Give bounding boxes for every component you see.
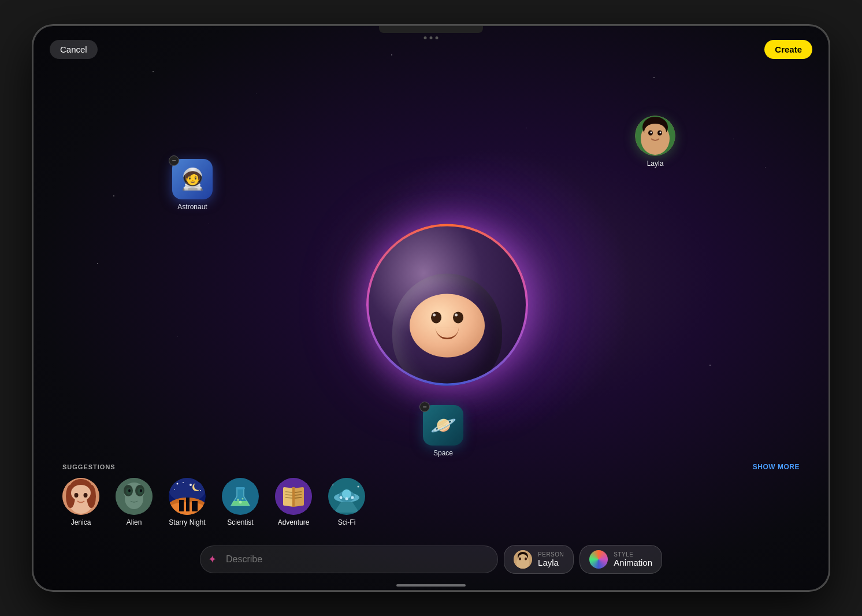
- main-avatar-ring: [366, 224, 528, 385]
- main-avatar-container: [366, 224, 528, 385]
- style-chip[interactable]: STYLE Animation: [579, 545, 662, 574]
- helmet-visor: [410, 294, 485, 357]
- layla-avatar: [635, 116, 675, 156]
- person-chip[interactable]: PERSON Layla: [504, 545, 574, 574]
- layla-face-svg: [635, 116, 675, 156]
- starry-night-icon: [169, 478, 206, 515]
- suggestions-title: SUGGESTIONS: [62, 463, 116, 470]
- svg-rect-46: [292, 487, 295, 507]
- svg-rect-38: [186, 498, 190, 511]
- suggestion-adventure[interactable]: Adventure: [275, 478, 312, 526]
- suggestion-jenica[interactable]: Jenica: [62, 478, 99, 526]
- suggestion-starry-night[interactable]: Starry Night: [169, 478, 206, 526]
- home-indicator: [396, 584, 466, 587]
- svg-rect-37: [179, 500, 184, 511]
- svg-point-58: [345, 498, 348, 500]
- show-more-button[interactable]: SHOW MORE: [753, 463, 800, 471]
- starry-night-label: Starry Night: [169, 518, 205, 526]
- svg-point-24: [140, 489, 142, 492]
- space-emoji: 🪐: [430, 413, 456, 437]
- astronaut-label: Astronaut: [177, 203, 207, 211]
- floating-item-astronaut[interactable]: − 🧑‍🚀 Astronaut: [172, 159, 213, 211]
- svg-point-57: [340, 496, 343, 499]
- svg-rect-39: [192, 501, 198, 511]
- bottom-toolbar: ✦ PERSON Layla: [200, 545, 662, 574]
- svg-point-7: [660, 132, 662, 133]
- describe-input[interactable]: [200, 546, 498, 573]
- svg-point-67: [519, 558, 521, 561]
- minus-badge-astronaut[interactable]: −: [169, 155, 179, 166]
- person-chip-avatar: [514, 550, 532, 569]
- svg-point-14: [75, 493, 79, 498]
- scientist-label: Scientist: [227, 518, 253, 526]
- adventure-label: Adventure: [278, 518, 310, 526]
- svg-point-61: [358, 486, 359, 488]
- scientist-svg: [222, 478, 259, 515]
- svg-line-52: [295, 498, 302, 498]
- style-chip-value: Animation: [614, 558, 652, 567]
- suggestion-scifi[interactable]: Sci-Fi: [328, 478, 365, 526]
- top-dots: [424, 36, 439, 39]
- svg-line-47: [285, 492, 292, 492]
- svg-point-27: [177, 483, 179, 485]
- svg-point-15: [84, 493, 88, 498]
- suggestions-header: SUGGESTIONS SHOW MORE: [62, 463, 800, 471]
- svg-point-31: [174, 489, 175, 490]
- alien-icon: [116, 478, 153, 515]
- layla-icon: −: [635, 116, 675, 156]
- floating-item-layla[interactable]: −: [635, 116, 675, 168]
- svg-point-28: [183, 482, 184, 483]
- minus-badge-space[interactable]: −: [419, 402, 430, 412]
- svg-point-42: [237, 499, 239, 501]
- scifi-label: Sci-Fi: [338, 518, 356, 526]
- ipad-device: Cancel Create: [32, 25, 830, 591]
- main-avatar-inner: [369, 226, 526, 383]
- floating-item-space[interactable]: − 🪐 Space: [423, 405, 463, 457]
- cancel-button[interactable]: Cancel: [50, 40, 98, 59]
- svg-point-59: [351, 496, 354, 499]
- screen: Cancel Create: [34, 26, 828, 590]
- alien-face-svg: [116, 478, 153, 515]
- space-label: Space: [433, 449, 453, 457]
- suggestions-bar: SUGGESTIONS SHOW MORE: [34, 463, 828, 526]
- smile: [436, 328, 459, 339]
- alien-label: Alien: [127, 518, 142, 526]
- svg-line-51: [295, 495, 302, 495]
- person-chip-value: Layla: [538, 558, 564, 567]
- scientist-icon: [222, 478, 259, 515]
- svg-point-23: [128, 489, 131, 492]
- svg-line-48: [285, 495, 292, 495]
- suggestions-list: Jenica: [62, 478, 800, 526]
- svg-point-6: [651, 132, 652, 133]
- svg-point-68: [525, 558, 527, 561]
- eye-right: [453, 311, 463, 323]
- svg-point-34: [194, 482, 202, 490]
- starry-night-svg: [169, 478, 206, 515]
- svg-point-13: [71, 485, 91, 501]
- create-button[interactable]: Create: [764, 40, 812, 59]
- style-chip-text: STYLE Animation: [614, 551, 652, 567]
- suggestion-scientist[interactable]: Scientist: [222, 478, 259, 526]
- layla-label: Layla: [647, 159, 664, 168]
- person-chip-text: PERSON Layla: [538, 551, 564, 567]
- sparkle-icon: ✦: [208, 553, 217, 566]
- svg-point-62: [361, 482, 362, 483]
- suggestion-alien[interactable]: Alien: [116, 478, 153, 526]
- scifi-svg: [328, 478, 365, 515]
- person-chip-svg: [514, 550, 532, 569]
- adventure-icon: [275, 478, 312, 515]
- describe-wrapper: ✦: [200, 546, 498, 573]
- svg-rect-41: [236, 487, 245, 489]
- svg-point-29: [190, 484, 192, 486]
- adventure-svg: [275, 478, 312, 515]
- astronaut-helmet: [389, 268, 505, 383]
- svg-point-32: [200, 490, 201, 491]
- jenica-face-svg: [62, 478, 99, 515]
- eye-left: [431, 311, 441, 323]
- astronaut-icon: − 🧑‍🚀: [172, 159, 213, 199]
- face: [410, 294, 485, 357]
- svg-point-60: [332, 484, 333, 485]
- person-chip-label: PERSON: [538, 551, 564, 558]
- style-chip-icon: [589, 550, 608, 569]
- svg-point-43: [242, 498, 244, 500]
